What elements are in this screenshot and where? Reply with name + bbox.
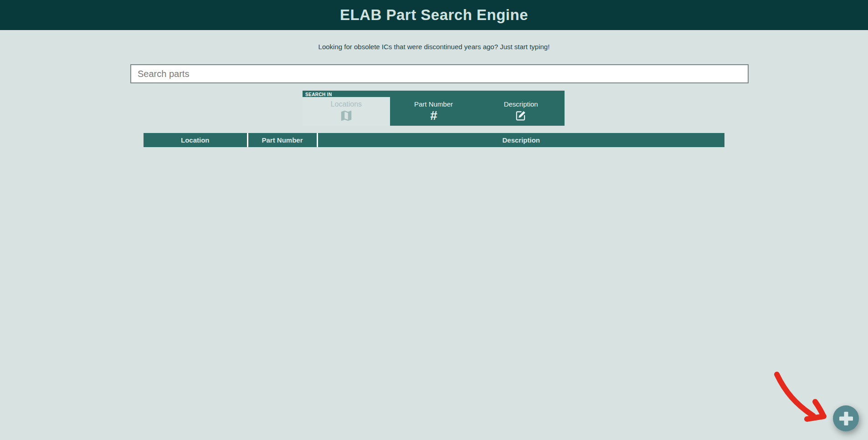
hashtag-icon: # xyxy=(430,109,437,123)
map-icon xyxy=(339,109,353,123)
results-table-header: Location Part Number Description xyxy=(144,133,724,147)
tab-locations-label: Locations xyxy=(331,101,362,108)
page-title: ELAB Part Search Engine xyxy=(340,6,528,24)
tab-part-number[interactable]: Part Number # xyxy=(390,97,478,126)
app-header: ELAB Part Search Engine xyxy=(0,0,868,30)
tab-locations[interactable]: Locations xyxy=(303,97,390,126)
tab-description[interactable]: Description xyxy=(477,97,565,126)
edit-icon xyxy=(515,109,527,123)
search-in-tabs: Locations Part Number # Description xyxy=(303,97,565,126)
add-part-button[interactable] xyxy=(833,405,859,431)
column-header-part-number: Part Number xyxy=(247,133,317,147)
search-input[interactable] xyxy=(130,64,749,83)
table-header-row: Location Part Number Description xyxy=(144,133,724,147)
results-table: Location Part Number Description xyxy=(144,133,724,147)
plus-icon xyxy=(838,411,854,426)
page: ELAB Part Search Engine Looking for obso… xyxy=(0,0,868,440)
tab-part-number-label: Part Number xyxy=(414,101,453,108)
column-header-location: Location xyxy=(144,133,247,147)
subtitle: Looking for obsolete ICs that were disco… xyxy=(0,43,868,51)
search-in-panel: SEARCH IN Locations Part Number # Descri… xyxy=(303,91,565,126)
column-header-description: Description xyxy=(317,133,724,147)
hand-drawn-arrow xyxy=(771,369,832,424)
search-bar xyxy=(130,64,749,83)
tab-description-label: Description xyxy=(504,101,538,108)
search-in-label: SEARCH IN xyxy=(303,91,565,97)
